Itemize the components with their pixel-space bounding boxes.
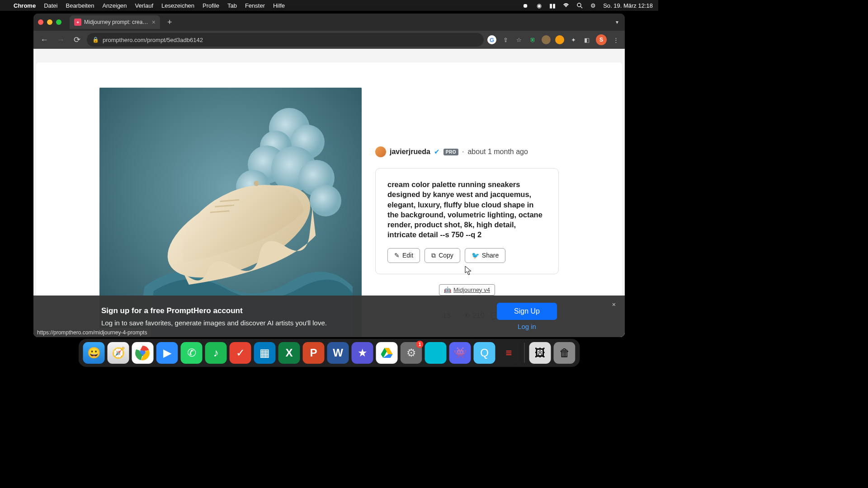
dock-trello[interactable]: ▦	[254, 342, 276, 364]
verified-badge-icon: ✔	[434, 148, 440, 156]
macos-menubar: Chrome Datei Bearbeiten Anzeigen Verlauf…	[0, 0, 658, 11]
author-avatar[interactable]	[375, 146, 386, 157]
extension-icon-2[interactable]	[555, 35, 564, 44]
dock-separator	[524, 343, 525, 363]
chrome-tab-bar: ✦ Midjourney prompt: cream col × + ▾	[33, 14, 625, 31]
model-label: Midjourney v4	[453, 286, 490, 293]
dock-todoist[interactable]: ✓	[230, 342, 251, 364]
dock-google-drive[interactable]	[376, 342, 398, 364]
dock-finder[interactable]: 😀	[83, 342, 105, 364]
extensions-puzzle-icon[interactable]: ✦	[569, 35, 578, 44]
separator: ·	[462, 148, 464, 156]
signup-heading: Sign up for a free PromptHero account	[101, 306, 327, 315]
share-label: Share	[482, 252, 499, 259]
pencil-icon: ✎	[394, 252, 400, 259]
dock-voice-memos[interactable]: ≡	[498, 342, 520, 364]
dock-spotify[interactable]: ♪	[205, 342, 227, 364]
dock-quicktime[interactable]: Q	[474, 342, 495, 364]
browser-tab[interactable]: ✦ Midjourney prompt: cream col ×	[70, 15, 160, 29]
twitter-icon: 🐦	[472, 252, 479, 259]
maximize-window-button[interactable]	[56, 19, 61, 25]
record-icon[interactable]: ⏺	[522, 2, 529, 9]
spotlight-icon[interactable]	[576, 2, 583, 9]
robot-icon: 🤖	[444, 286, 451, 293]
menu-hilfe[interactable]: Hilfe	[273, 2, 285, 9]
signup-sub: Log in to save favorites, generate image…	[101, 319, 327, 327]
wifi-icon[interactable]	[562, 2, 570, 9]
dock-settings[interactable]: ⚙1	[401, 342, 422, 364]
google-translate-icon[interactable]: G	[487, 35, 496, 44]
dock-whatsapp[interactable]: ✆	[181, 342, 203, 364]
chrome-window: ✦ Midjourney prompt: cream col × + ▾ ← →…	[33, 14, 625, 337]
menubar-app-name[interactable]: Chrome	[14, 2, 36, 9]
copy-icon: ⧉	[431, 252, 436, 259]
new-tab-button[interactable]: +	[164, 18, 176, 27]
lock-icon: 🔒	[92, 37, 99, 43]
menu-fenster[interactable]: Fenster	[245, 2, 265, 9]
back-button[interactable]: ←	[38, 33, 51, 46]
author-row: javierjrueda ✔ PRO · about 1 month ago	[375, 146, 559, 157]
dock-powerpoint[interactable]: P	[303, 342, 325, 364]
copy-button[interactable]: ⧉ Copy	[425, 248, 460, 263]
login-link[interactable]: Log in	[518, 323, 536, 330]
chrome-menu-icon[interactable]: ⋮	[611, 35, 620, 44]
reload-button[interactable]: ⟳	[71, 33, 83, 46]
pro-badge: PRO	[443, 149, 458, 155]
prompt-text: cream color palette running sneakers des…	[387, 179, 547, 240]
tab-title: Midjourney prompt: cream col	[84, 19, 149, 25]
page-viewport: javierjrueda ✔ PRO · about 1 month ago c…	[33, 49, 625, 337]
svg-point-10	[310, 185, 341, 216]
dock-excel[interactable]: X	[278, 342, 300, 364]
copy-label: Copy	[439, 252, 453, 259]
screen-record-icon[interactable]: ◉	[535, 2, 542, 9]
macos-dock: 😀 🧭 ▶ ✆ ♪ ✓ ▦ X P W ★ ⚙1 👾 Q ≡ 🖼 🗑	[79, 339, 580, 367]
dock-chrome[interactable]	[132, 342, 154, 364]
prompt-card: cream color palette running sneakers des…	[375, 168, 559, 274]
dock-app-teal[interactable]	[425, 342, 447, 364]
dock-trash[interactable]: 🗑	[554, 342, 576, 364]
tab-close-icon[interactable]: ×	[152, 19, 156, 26]
menu-tab[interactable]: Tab	[227, 2, 237, 9]
battery-icon[interactable]: ▮▮	[549, 2, 556, 9]
dock-word[interactable]: W	[327, 342, 349, 364]
svg-line-1	[580, 6, 582, 8]
dock-zoom[interactable]: ▶	[156, 342, 178, 364]
menu-lesezeichen[interactable]: Lesezeichen	[161, 2, 194, 9]
dock-preview[interactable]: 🖼	[529, 342, 551, 364]
author-name[interactable]: javierjrueda	[390, 148, 430, 156]
forward-button[interactable]: →	[54, 33, 67, 46]
edit-label: Edit	[402, 252, 413, 259]
close-window-button[interactable]	[38, 19, 43, 25]
post-timeago: about 1 month ago	[467, 148, 528, 156]
edit-button[interactable]: ✎ Edit	[387, 248, 420, 263]
url-input[interactable]: 🔒 prompthero.com/prompt/5ed3adb6142	[87, 33, 484, 47]
share-button[interactable]: 🐦 Share	[465, 248, 505, 263]
extension-shield-icon[interactable]: ⛨	[528, 35, 537, 44]
menubar-datetime[interactable]: So. 19. März 12:18	[603, 2, 653, 9]
share-icon[interactable]: ⇧	[501, 35, 510, 44]
tabs-dropdown-icon[interactable]: ▾	[614, 17, 620, 27]
control-center-icon[interactable]: ⚙	[590, 2, 597, 9]
menu-datei[interactable]: Datei	[44, 2, 57, 9]
minimize-window-button[interactable]	[47, 19, 52, 25]
extension-icon-1[interactable]	[542, 35, 551, 44]
menu-verlauf[interactable]: Verlauf	[135, 2, 153, 9]
dock-discord[interactable]: 👾	[449, 342, 471, 364]
side-panel-icon[interactable]: ◧	[582, 35, 591, 44]
settings-badge: 1	[416, 341, 424, 348]
dock-safari[interactable]: 🧭	[108, 342, 129, 364]
menu-profile[interactable]: Profile	[203, 2, 219, 9]
profile-avatar[interactable]: S	[596, 34, 607, 45]
tab-favicon-icon: ✦	[74, 19, 81, 26]
bookmark-star-icon[interactable]: ☆	[514, 35, 524, 44]
window-controls	[38, 19, 61, 25]
signup-button[interactable]: Sign Up	[497, 303, 557, 320]
chrome-address-bar: ← → ⟳ 🔒 prompthero.com/prompt/5ed3adb614…	[33, 31, 625, 49]
svg-point-0	[577, 3, 581, 7]
dock-imovie[interactable]: ★	[352, 342, 373, 364]
status-bar-url: https://prompthero.com/midjourney-4-prom…	[33, 328, 151, 337]
menu-bearbeiten[interactable]: Bearbeiten	[66, 2, 94, 9]
menu-anzeigen[interactable]: Anzeigen	[102, 2, 127, 9]
model-tag-link[interactable]: 🤖 Midjourney v4	[439, 284, 495, 296]
banner-close-icon[interactable]: ×	[612, 301, 616, 308]
